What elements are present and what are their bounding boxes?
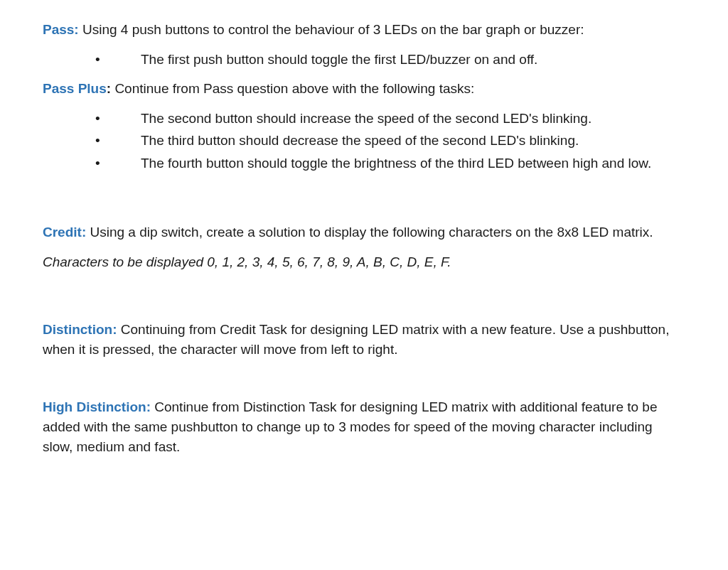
spacer xyxy=(43,280,684,320)
pass-section: Pass: Using 4 push buttons to control th… xyxy=(43,20,684,69)
high-distinction-label: High Distinction: xyxy=(43,399,151,414)
distinction-text: Continuing from Credit Task for designin… xyxy=(43,322,669,357)
distinction-label: Distinction: xyxy=(43,322,117,337)
pass-text: Using 4 push buttons to control the beha… xyxy=(79,22,584,37)
list-item: The second button should increase the sp… xyxy=(43,109,684,129)
list-item: The third button should decrease the spe… xyxy=(43,131,684,151)
high-distinction-section: High Distinction: Continue from Distinct… xyxy=(43,397,684,456)
spacer xyxy=(43,367,684,397)
list-item: The first push button should toggle the … xyxy=(43,50,684,70)
pass-label: Pass: xyxy=(43,22,79,37)
passplus-section: Pass Plus: Continue from Pass question a… xyxy=(43,79,684,173)
spacer xyxy=(43,242,684,252)
passplus-colon: : xyxy=(107,81,115,96)
distinction-section: Distinction: Continuing from Credit Task… xyxy=(43,320,684,359)
credit-section: Credit: Using a dip switch, create a sol… xyxy=(43,222,684,271)
passplus-label: Pass Plus xyxy=(43,81,107,96)
pass-bullets: The first push button should toggle the … xyxy=(43,50,684,70)
passplus-bullets: The second button should increase the sp… xyxy=(43,109,684,173)
passplus-text: Continue from Pass question above with t… xyxy=(114,81,474,96)
credit-text: Using a dip switch, create a solution to… xyxy=(86,225,653,240)
list-item: The fourth button should toggle the brig… xyxy=(43,154,684,173)
credit-italic: Characters to be displayed 0, 1, 2, 3, 4… xyxy=(43,252,684,272)
credit-label: Credit: xyxy=(43,225,86,240)
spacer xyxy=(43,183,684,222)
